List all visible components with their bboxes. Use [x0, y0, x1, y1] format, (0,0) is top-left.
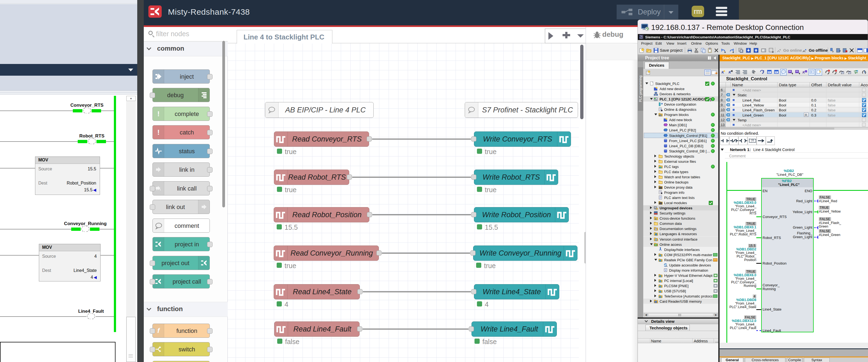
- svg-text:!: !: [157, 129, 160, 136]
- svg-text:i: i: [665, 269, 666, 272]
- svg-text:TIA: TIA: [640, 35, 643, 37]
- svg-text:??: ??: [751, 139, 754, 142]
- svg-text:01: 01: [727, 104, 729, 106]
- svg-text:01: 01: [727, 99, 729, 101]
- svg-text:01: 01: [727, 114, 729, 116]
- svg-text:!: !: [157, 110, 160, 117]
- svg-text:RT: RT: [772, 51, 774, 53]
- svg-text:01: 01: [727, 109, 729, 111]
- svg-text:K: K: [728, 70, 732, 74]
- svg-text:01: 01: [727, 119, 729, 120]
- svg-text:01: 01: [727, 94, 729, 95]
- svg-text:?: ?: [832, 50, 834, 53]
- svg-text:V17: V17: [640, 37, 643, 39]
- svg-text:f: f: [157, 327, 160, 334]
